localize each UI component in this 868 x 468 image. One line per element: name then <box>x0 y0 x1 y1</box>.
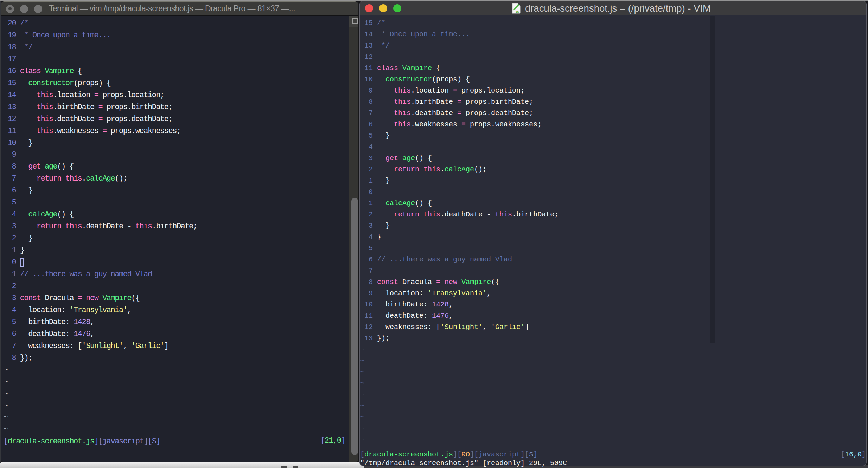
svg-text:JS: JS <box>516 10 519 13</box>
